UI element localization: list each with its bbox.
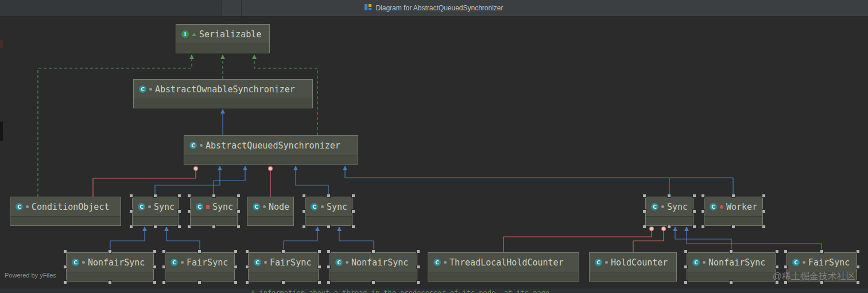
selection-handle[interactable] — [372, 281, 375, 284]
selection-handle[interactable] — [162, 250, 165, 253]
selection-handle[interactable] — [702, 225, 704, 228]
selection-handle[interactable] — [153, 281, 156, 284]
class-node-threadlocalholdcounter[interactable]: CThreadLocalHoldCounter — [428, 252, 579, 282]
diagram-tab-title[interactable]: Diagram for AbstractQueuedSynchronizer — [365, 3, 503, 13]
selection-handle[interactable] — [237, 210, 240, 213]
selection-handle[interactable] — [303, 225, 305, 228]
selection-handle[interactable] — [702, 210, 704, 213]
selection-handle[interactable] — [417, 265, 420, 268]
class-node-holdcounter[interactable]: CHoldCounter — [589, 252, 677, 282]
selection-handle[interactable] — [668, 194, 671, 197]
class-node-nonfairsync-3[interactable]: CNonfairSync — [687, 252, 776, 282]
selection-handle[interactable] — [246, 281, 249, 284]
class-node-abstractqueuedsynchronizer[interactable]: CAbstractQueuedSynchronizer — [184, 135, 358, 165]
selection-handle[interactable] — [282, 281, 285, 284]
selection-handle[interactable] — [762, 210, 765, 213]
selection-handle[interactable] — [234, 281, 237, 284]
selection-handle[interactable] — [198, 281, 201, 284]
selection-handle[interactable] — [857, 265, 859, 268]
selection-handle[interactable] — [64, 250, 67, 253]
selection-handle[interactable] — [327, 225, 330, 228]
class-node-node[interactable]: CNode — [247, 197, 294, 226]
selection-handle[interactable] — [693, 210, 696, 213]
selection-handle[interactable] — [130, 194, 133, 197]
selection-handle[interactable] — [693, 225, 696, 228]
selection-handle[interactable] — [684, 281, 687, 284]
class-node-sync-1[interactable]: CSync — [132, 197, 179, 226]
selection-handle[interactable] — [212, 194, 215, 197]
selection-handle[interactable] — [154, 194, 157, 197]
class-node-nonfairsync-2[interactable]: CNonfairSync — [330, 252, 417, 282]
selection-handle[interactable] — [178, 210, 181, 213]
selection-handle[interactable] — [188, 210, 191, 213]
selection-handle[interactable] — [64, 265, 67, 268]
selection-handle[interactable] — [162, 265, 165, 268]
selection-handle[interactable] — [417, 281, 420, 284]
selection-handle[interactable] — [327, 265, 330, 268]
selection-handle[interactable] — [178, 194, 181, 197]
selection-handle[interactable] — [643, 210, 646, 213]
class-node-sync-4[interactable]: CSync — [645, 197, 693, 226]
selection-handle[interactable] — [417, 250, 420, 253]
selection-handle[interactable] — [762, 225, 765, 228]
selection-handle[interactable] — [318, 265, 321, 268]
selection-handle[interactable] — [684, 250, 687, 253]
selection-handle[interactable] — [352, 194, 355, 197]
selection-handle[interactable] — [303, 194, 305, 197]
selection-handle[interactable] — [198, 250, 201, 253]
class-node-nonfairsync-1[interactable]: CNonfairSync — [66, 252, 154, 282]
selection-handle[interactable] — [162, 281, 165, 284]
selection-handle[interactable] — [188, 194, 191, 197]
selection-handle[interactable] — [130, 210, 133, 213]
class-node-conditionobject[interactable]: CConditionObject — [10, 197, 121, 226]
selection-handle[interactable] — [303, 210, 305, 213]
selection-handle[interactable] — [318, 281, 321, 284]
selection-handle[interactable] — [730, 250, 733, 253]
selection-handle[interactable] — [234, 250, 237, 253]
class-node-worker[interactable]: CWorker — [704, 197, 763, 226]
selection-handle[interactable] — [784, 265, 787, 268]
selection-handle[interactable] — [212, 225, 215, 228]
selection-handle[interactable] — [237, 225, 240, 228]
selection-handle[interactable] — [372, 250, 375, 253]
selection-handle[interactable] — [784, 250, 787, 253]
selection-handle[interactable] — [352, 225, 355, 228]
selection-handle[interactable] — [643, 194, 646, 197]
class-node-sync-2[interactable]: CSync — [190, 197, 238, 226]
class-node-sync-3[interactable]: CSync — [305, 197, 352, 226]
selection-handle[interactable] — [153, 265, 156, 268]
selection-handle[interactable] — [776, 250, 778, 253]
selection-handle[interactable] — [327, 250, 330, 253]
selection-handle[interactable] — [188, 225, 191, 228]
selection-handle[interactable] — [178, 225, 181, 228]
selection-handle[interactable] — [762, 194, 765, 197]
selection-handle[interactable] — [64, 281, 67, 284]
selection-handle[interactable] — [776, 265, 778, 268]
selection-handle[interactable] — [352, 210, 355, 213]
class-node-serializable[interactable]: ISerializable — [176, 24, 270, 53]
selection-handle[interactable] — [684, 265, 687, 268]
selection-handle[interactable] — [327, 194, 330, 197]
selection-handle[interactable] — [130, 225, 133, 228]
selection-handle[interactable] — [246, 250, 249, 253]
selection-handle[interactable] — [234, 265, 237, 268]
selection-handle[interactable] — [732, 225, 735, 228]
selection-handle[interactable] — [668, 225, 671, 228]
selection-handle[interactable] — [237, 194, 240, 197]
class-node-fairsync-1[interactable]: CFairSync — [165, 252, 235, 282]
selection-handle[interactable] — [108, 250, 111, 253]
selection-handle[interactable] — [702, 194, 704, 197]
selection-handle[interactable] — [318, 250, 321, 253]
class-node-fairsync-2[interactable]: CFairSync — [248, 252, 319, 282]
selection-handle[interactable] — [154, 225, 157, 228]
selection-handle[interactable] — [282, 250, 285, 253]
selection-handle[interactable] — [857, 281, 859, 284]
selection-handle[interactable] — [327, 281, 330, 284]
selection-handle[interactable] — [693, 194, 696, 197]
selection-handle[interactable] — [108, 281, 111, 284]
selection-handle[interactable] — [820, 250, 823, 253]
selection-handle[interactable] — [730, 281, 733, 284]
selection-handle[interactable] — [643, 225, 646, 228]
selection-handle[interactable] — [246, 265, 249, 268]
selection-handle[interactable] — [857, 250, 859, 253]
